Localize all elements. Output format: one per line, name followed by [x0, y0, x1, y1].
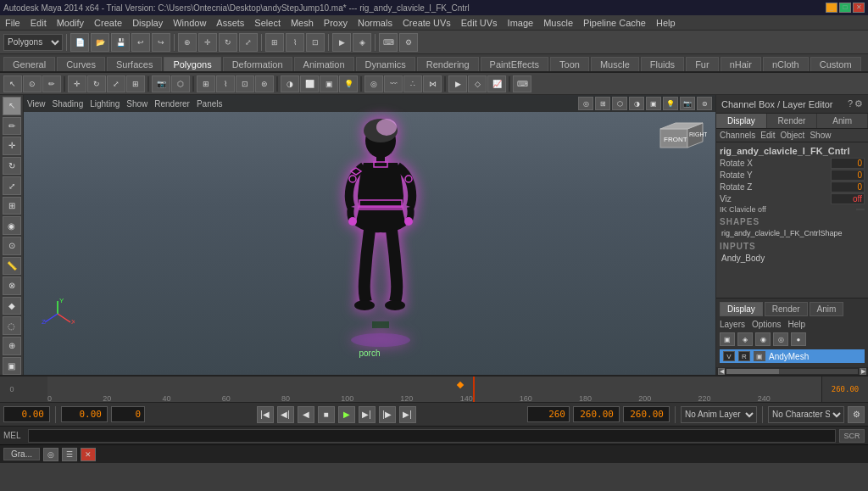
input-name[interactable]: Andy_Body [720, 253, 865, 264]
ico-isolate[interactable]: ◎ [364, 75, 383, 92]
tab-painteffects[interactable]: PaintEffects [481, 57, 549, 71]
quick-select[interactable]: ⊕ [3, 337, 21, 355]
rp-settings-icon[interactable]: ⚙ [854, 98, 863, 109]
lasso-tool[interactable]: ⊙ [3, 237, 21, 255]
tb-open[interactable]: 📂 [91, 33, 109, 52]
taskbar-app-btn[interactable]: Gra... [3, 448, 40, 460]
tab-general[interactable]: General [3, 57, 55, 71]
ico-point-snap[interactable]: ⊡ [236, 75, 254, 92]
tb-redo[interactable]: ↪ [152, 33, 170, 52]
ico-input-sel[interactable]: ⌨ [513, 75, 531, 92]
btn-fwd[interactable]: ▶| [359, 406, 376, 423]
scrollbar-thumb[interactable] [726, 369, 779, 374]
vp-ico3[interactable]: ⬡ [612, 97, 627, 110]
menu-help[interactable]: Help [654, 18, 677, 28]
lp-ico-empty[interactable]: ◈ [737, 332, 753, 346]
btn-next-key[interactable]: |▶ [379, 406, 396, 423]
mode-select[interactable]: Polygons [3, 34, 63, 51]
tb-select[interactable]: ⊕ [178, 33, 197, 52]
menu-image[interactable]: Image [506, 18, 536, 28]
ico-lasso[interactable]: ⊙ [23, 75, 42, 92]
vp-ico5[interactable]: ▣ [646, 97, 661, 110]
vp-ico7[interactable]: 📷 [680, 97, 695, 110]
tb-undo[interactable]: ↩ [131, 33, 150, 52]
current-time-display[interactable]: 0.00 [3, 406, 50, 422]
tb-render[interactable]: ▶ [332, 33, 351, 52]
tab-fur[interactable]: Fur [686, 57, 719, 71]
ico-camera[interactable]: 📷 [152, 75, 170, 92]
btn-stop[interactable]: ■ [318, 406, 335, 423]
lp-tab-render[interactable]: Render [765, 302, 808, 316]
range-end-display[interactable]: 260.00 [573, 406, 620, 422]
tb-input[interactable]: ⌨ [379, 33, 398, 52]
rotate-tool[interactable]: ↻ [3, 157, 21, 176]
tab-nhair[interactable]: nHair [721, 57, 761, 71]
tb-move[interactable]: ✛ [198, 33, 217, 52]
scale-tool[interactable]: ⤢ [3, 176, 21, 195]
menu-window[interactable]: Window [171, 18, 208, 28]
layer-r-btn[interactable]: R [738, 351, 750, 361]
btn-start[interactable]: |◀ [257, 406, 274, 423]
ico-curve-snap[interactable]: ⌇ [216, 75, 235, 92]
vp-ico2[interactable]: ⊞ [595, 97, 610, 110]
menu-assets[interactable]: Assets [214, 18, 246, 28]
tab-deformation[interactable]: Deformation [223, 57, 292, 71]
scroll-right[interactable]: ▶ [860, 368, 866, 375]
ico-manip[interactable]: ⊞ [126, 75, 145, 92]
vp-menu-panels[interactable]: Panels [197, 99, 223, 109]
tb-snap-curve[interactable]: ⌇ [286, 33, 304, 52]
playhead[interactable] [473, 376, 475, 402]
layer-v-btn[interactable]: V [723, 351, 735, 361]
range-end-field[interactable]: 260 [527, 406, 570, 422]
menu-normals[interactable]: Normals [356, 18, 394, 28]
snap-together[interactable]: ⊗ [3, 276, 21, 295]
menu-edit-uvs[interactable]: Edit UVs [459, 18, 499, 28]
tab-fluids[interactable]: Fluids [641, 57, 684, 71]
taskbar-icon2[interactable]: ☰ [62, 448, 77, 461]
ico-deformers[interactable]: ⋈ [423, 75, 442, 92]
paint-tool[interactable]: ✏ [3, 117, 21, 136]
btn-prev-key[interactable]: ◀| [277, 406, 294, 423]
maximize-button[interactable]: □ [839, 3, 851, 13]
mel-input[interactable] [28, 429, 836, 443]
soft-select[interactable]: ◉ [3, 216, 21, 235]
tab-toon[interactable]: Toon [550, 57, 589, 71]
move-tool[interactable]: ✛ [3, 137, 21, 155]
menu-pipeline-cache[interactable]: Pipeline Cache [581, 18, 648, 28]
ico-textured[interactable]: ▣ [320, 75, 338, 92]
menu-mesh[interactable]: Mesh [289, 18, 315, 28]
vp-menu-lighting[interactable]: Lighting [90, 99, 120, 109]
tab-render[interactable]: Render [767, 114, 818, 128]
tb-settings[interactable]: ⚙ [399, 33, 418, 52]
script-editor-btn[interactable]: SCR [839, 429, 865, 443]
vp-ico1[interactable]: ◎ [578, 97, 593, 110]
keyframe-1[interactable] [457, 382, 464, 388]
btn-back[interactable]: ◀ [298, 406, 314, 423]
time-end[interactable]: 260.00 [623, 406, 670, 422]
lp-tab-display[interactable]: Display [720, 302, 763, 316]
ch-value-rz[interactable]: 0 [831, 181, 865, 192]
menu-edit[interactable]: Edit [760, 131, 775, 140]
lp-menu-options[interactable]: Options [752, 320, 781, 329]
menu-muscle[interactable]: Muscle [542, 18, 575, 28]
ch-value-rx[interactable]: 0 [831, 158, 865, 169]
ico-persp[interactable]: ⬡ [171, 75, 190, 92]
tab-polygons[interactable]: Polygons [164, 57, 220, 71]
lp-menu-layers[interactable]: Layers [720, 320, 745, 329]
char-set-select[interactable]: No Character Set [768, 406, 844, 423]
lp-ico-select[interactable]: ◉ [755, 332, 771, 346]
lp-ico-hide[interactable]: ● [791, 332, 806, 346]
lp-ico-show[interactable]: ◎ [773, 332, 788, 346]
ch-value-ry[interactable]: 0 [831, 170, 865, 181]
menu-proxy[interactable]: Proxy [322, 18, 349, 28]
measure-tool[interactable]: 📏 [3, 257, 21, 276]
vp-menu-renderer[interactable]: Renderer [154, 99, 190, 109]
range-start-field[interactable]: 0 [111, 406, 145, 422]
tr-options[interactable]: ⚙ [848, 406, 865, 423]
shape-name[interactable]: rig_andy_clavicle_l_FK_CntrlShape [720, 228, 865, 238]
tab-dynamics[interactable]: Dynamics [356, 57, 415, 71]
tb-ipr[interactable]: ◈ [353, 33, 371, 52]
layer-row-andy-mesh[interactable]: V R ▣ AndyMesh [720, 349, 865, 363]
manip-tool[interactable]: ⊞ [3, 197, 21, 215]
tb-snap-point[interactable]: ⊡ [306, 33, 325, 52]
